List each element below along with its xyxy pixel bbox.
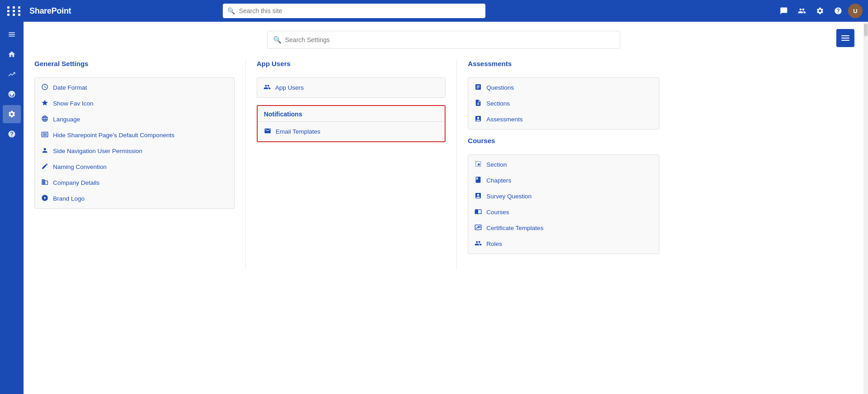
assessments-label: Assessments bbox=[486, 116, 523, 123]
avatar[interactable]: U bbox=[848, 4, 863, 18]
assessments-items: Questions Sections Assessm bbox=[468, 78, 659, 129]
courses-label: Courses bbox=[486, 209, 509, 216]
email-templates-icon bbox=[264, 127, 271, 136]
global-search-input[interactable] bbox=[223, 4, 485, 18]
roles-item[interactable]: Roles bbox=[468, 236, 659, 252]
show-fav-icon-item[interactable]: Show Fav Icon bbox=[35, 96, 234, 111]
chapters-icon bbox=[475, 176, 482, 185]
side-nav-permission-icon bbox=[41, 147, 48, 155]
top-navigation: SharePoint 🔍 U bbox=[0, 0, 868, 22]
settings-search-input[interactable] bbox=[285, 36, 614, 43]
notifications-section-header: Notifications bbox=[258, 106, 445, 122]
date-format-label: Date Format bbox=[53, 84, 87, 91]
settings-grid: General Settings Date Format bbox=[34, 60, 668, 270]
roles-icon bbox=[475, 240, 482, 248]
section-label: Section bbox=[486, 161, 507, 168]
section-item[interactable]: Section bbox=[468, 157, 659, 173]
fav-icon-icon bbox=[41, 99, 48, 108]
brand-logo-icon bbox=[41, 194, 48, 203]
chapters-item[interactable]: Chapters bbox=[468, 173, 659, 188]
questions-icon bbox=[475, 83, 482, 92]
general-settings-box: Date Format Show Fav Icon bbox=[34, 77, 235, 209]
help-icon[interactable] bbox=[830, 3, 846, 19]
email-templates-label: Email Templates bbox=[276, 128, 321, 135]
naming-convention-icon bbox=[41, 163, 48, 171]
company-details-icon bbox=[41, 178, 48, 187]
app-users-items: App Users bbox=[257, 78, 446, 97]
left-sidebar bbox=[0, 22, 24, 394]
assessments-header: Assessments bbox=[468, 60, 659, 71]
general-settings-header: General Settings bbox=[34, 60, 235, 71]
brand-logo-label: Brand Logo bbox=[53, 195, 85, 202]
settings-search-bar: 🔍 bbox=[267, 31, 620, 49]
app-logo: SharePoint bbox=[29, 6, 71, 16]
roles-label: Roles bbox=[486, 240, 502, 247]
hide-components-label: Hide Sharepoint Page's Default Component… bbox=[53, 132, 174, 139]
settings-icon[interactable] bbox=[812, 3, 828, 19]
questions-item[interactable]: Questions bbox=[468, 80, 659, 96]
sidebar-settings-button[interactable] bbox=[3, 105, 21, 123]
language-item[interactable]: Language bbox=[35, 111, 234, 127]
app-users-section-box: App Users bbox=[257, 77, 446, 98]
survey-question-label: Survey Question bbox=[486, 193, 532, 200]
sidebar-analytics-button[interactable] bbox=[3, 65, 21, 83]
company-details-item[interactable]: Company Details bbox=[35, 175, 234, 191]
sections-item[interactable]: Sections bbox=[468, 96, 659, 111]
courses-items: Section Chapters Survey bbox=[468, 155, 659, 254]
scrollbar-thumb[interactable] bbox=[864, 24, 868, 36]
date-format-icon bbox=[41, 83, 48, 92]
language-label: Language bbox=[53, 116, 80, 123]
people-icon[interactable] bbox=[794, 3, 810, 19]
general-settings-items: Date Format Show Fav Icon bbox=[35, 78, 234, 208]
main-content: 🔍 General Settings bbox=[24, 22, 863, 394]
courses-section-box: Section Chapters Survey bbox=[468, 154, 659, 254]
top-nav-icons: U bbox=[776, 3, 863, 19]
menu-toggle-button[interactable] bbox=[836, 29, 854, 47]
hide-components-item[interactable]: Hide Sharepoint Page's Default Component… bbox=[35, 127, 234, 143]
scrollbar[interactable] bbox=[863, 22, 868, 394]
courses-header: Courses bbox=[468, 137, 659, 148]
notifications-section-box: Notifications Email Templates bbox=[257, 105, 446, 142]
side-nav-permission-item[interactable]: Side Navigation User Permission bbox=[35, 143, 234, 159]
app-users-header: App Users bbox=[257, 60, 446, 71]
notifications-items: Email Templates bbox=[258, 122, 445, 141]
naming-convention-label: Naming Convention bbox=[53, 163, 107, 170]
global-search: 🔍 bbox=[223, 4, 485, 18]
date-format-item[interactable]: Date Format bbox=[35, 80, 234, 96]
sidebar-home-button[interactable] bbox=[3, 45, 21, 63]
certificate-templates-icon bbox=[475, 224, 482, 232]
sidebar-menu-button[interactable] bbox=[3, 25, 21, 43]
certificate-templates-label: Certificate Templates bbox=[486, 225, 543, 231]
page-wrapper: 🔍 General Settings bbox=[0, 22, 868, 394]
hamburger-icon bbox=[841, 35, 849, 41]
hide-components-icon bbox=[41, 131, 48, 139]
company-details-label: Company Details bbox=[53, 179, 100, 186]
app-users-item[interactable]: App Users bbox=[257, 80, 446, 96]
search-icon: 🔍 bbox=[227, 7, 235, 14]
assessments-item[interactable]: Assessments bbox=[468, 111, 659, 127]
survey-question-item[interactable]: Survey Question bbox=[468, 188, 659, 204]
courses-icon bbox=[475, 208, 482, 216]
general-settings-column: General Settings Date Format bbox=[34, 60, 246, 270]
settings-search-icon: 🔍 bbox=[273, 36, 282, 44]
sidebar-ai-button[interactable] bbox=[3, 85, 21, 103]
chat-icon[interactable] bbox=[776, 3, 792, 19]
app-launcher-button[interactable] bbox=[5, 5, 24, 18]
show-fav-icon-label: Show Fav Icon bbox=[53, 100, 93, 107]
certificate-templates-item[interactable]: Certificate Templates bbox=[468, 220, 659, 236]
sidebar-help-button[interactable] bbox=[3, 125, 21, 143]
email-templates-item[interactable]: Email Templates bbox=[258, 124, 445, 139]
sections-icon bbox=[475, 99, 482, 108]
chapters-label: Chapters bbox=[486, 177, 511, 184]
survey-question-icon bbox=[475, 192, 482, 201]
assessments-icon bbox=[475, 115, 482, 124]
assessments-section-box: Questions Sections Assessm bbox=[468, 77, 659, 130]
brand-logo-item[interactable]: Brand Logo bbox=[35, 191, 234, 207]
section-icon bbox=[475, 160, 482, 169]
language-icon bbox=[41, 115, 48, 124]
naming-convention-item[interactable]: Naming Convention bbox=[35, 159, 234, 175]
sections-label: Sections bbox=[486, 100, 510, 107]
side-nav-permission-label: Side Navigation User Permission bbox=[53, 148, 142, 154]
courses-item[interactable]: Courses bbox=[468, 204, 659, 220]
app-users-label: App Users bbox=[275, 84, 304, 91]
